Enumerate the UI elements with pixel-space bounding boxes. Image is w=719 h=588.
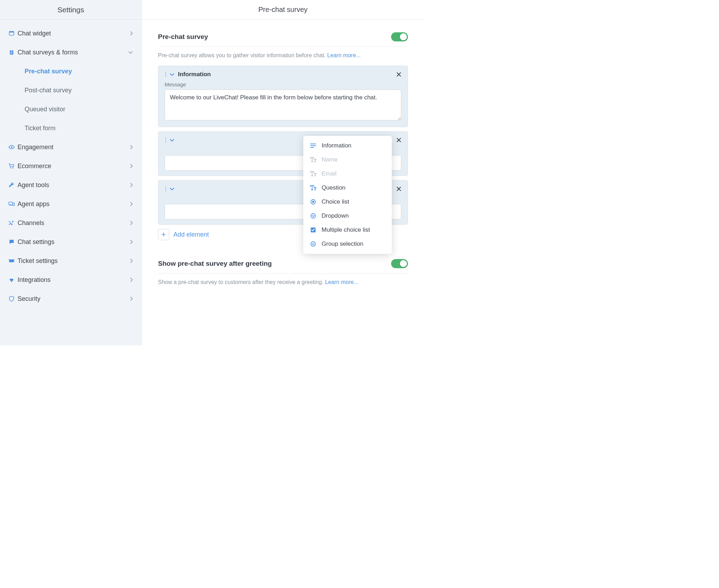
svg-rect-6 bbox=[11, 53, 12, 54]
devices-icon bbox=[6, 201, 17, 206]
svg-rect-12 bbox=[13, 203, 15, 206]
sidebar-item-ticket-settings[interactable]: Ticket settings bbox=[0, 251, 141, 270]
sidebar-sub-queued-visitor[interactable]: Queued visitor bbox=[0, 100, 141, 119]
chevron-right-icon bbox=[130, 296, 133, 301]
menu-item-dropdown[interactable]: Dropdown bbox=[303, 209, 392, 223]
menu-item-group-selection[interactable]: Group selection bbox=[303, 237, 392, 251]
message-textarea[interactable] bbox=[165, 90, 401, 120]
show-after-greeting-toggle[interactable] bbox=[391, 259, 408, 268]
svg-point-17 bbox=[165, 140, 166, 141]
svg-rect-2 bbox=[10, 50, 13, 55]
chevron-right-icon bbox=[130, 183, 133, 187]
sidebar-sub-label: Queued visitor bbox=[25, 106, 65, 113]
sidebar-item-agent-apps[interactable]: Agent apps bbox=[0, 194, 141, 213]
svg-point-18 bbox=[165, 141, 166, 143]
close-icon[interactable] bbox=[396, 138, 401, 143]
message-label: Message bbox=[165, 81, 401, 87]
checkbox-icon bbox=[310, 227, 317, 233]
svg-rect-23 bbox=[310, 145, 316, 146]
svg-rect-5 bbox=[11, 53, 13, 53]
learn-more-link[interactable]: Learn more... bbox=[325, 279, 358, 285]
section-description: Pre-chat survey allows you to gather vis… bbox=[158, 52, 408, 59]
section-heading: Pre-chat survey bbox=[158, 33, 208, 41]
svg-point-29 bbox=[311, 242, 316, 246]
section-description: Show a pre-chat survey to customers afte… bbox=[158, 279, 408, 285]
circle-chevron-icon bbox=[310, 241, 317, 247]
sidebar-item-chat-widget[interactable]: Chat widget bbox=[0, 24, 141, 43]
chevron-right-icon bbox=[130, 277, 133, 282]
sidebar-item-integrations[interactable]: Integrations bbox=[0, 270, 141, 289]
sidebar-item-label: Ticket settings bbox=[18, 257, 130, 265]
menu-item-label: Name bbox=[322, 156, 337, 163]
section-prechat-survey: Pre-chat survey bbox=[158, 32, 408, 47]
chevron-right-icon bbox=[130, 258, 133, 263]
add-element-button[interactable] bbox=[158, 229, 169, 240]
section-heading: Show pre-chat survey after greeting bbox=[158, 260, 272, 267]
sidebar-item-label: Engagement bbox=[18, 144, 130, 151]
sidebar-sub-label: Pre-chat survey bbox=[25, 68, 72, 75]
sidebar-item-label: Agent apps bbox=[18, 200, 130, 208]
sidebar-item-label: Agent tools bbox=[18, 181, 130, 189]
close-icon[interactable] bbox=[396, 186, 401, 191]
drag-handle-icon[interactable] bbox=[165, 72, 167, 77]
wrench-icon bbox=[6, 182, 17, 188]
window-icon bbox=[6, 31, 17, 36]
collapse-icon[interactable] bbox=[170, 73, 174, 76]
sidebar: Settings Chat widget Chat surveys & form… bbox=[0, 0, 142, 345]
sidebar-sub-label: Post-chat survey bbox=[25, 87, 72, 94]
menu-item-label: Choice list bbox=[322, 198, 349, 205]
svg-point-21 bbox=[165, 190, 166, 191]
sidebar-item-chat-surveys[interactable]: Chat surveys & forms bbox=[0, 43, 141, 62]
chevron-right-icon bbox=[130, 145, 133, 150]
svg-point-26 bbox=[312, 201, 314, 203]
add-element-label[interactable]: Add element bbox=[173, 231, 209, 238]
svg-rect-11 bbox=[10, 205, 12, 205]
sidebar-item-chat-settings[interactable]: Chat settings bbox=[0, 232, 141, 251]
main-content: Pre-chat survey Pre-chat survey Pre-chat… bbox=[142, 0, 424, 345]
radio-icon bbox=[310, 199, 317, 205]
sidebar-item-security[interactable]: Security bbox=[0, 289, 141, 308]
sidebar-item-ecommerce[interactable]: Ecommerce bbox=[0, 157, 141, 176]
sidebar-item-label: Channels bbox=[18, 219, 130, 227]
sidebar-item-label: Chat widget bbox=[18, 30, 130, 37]
menu-item-email: Email bbox=[303, 167, 392, 181]
chevron-right-icon bbox=[130, 201, 133, 206]
collapse-icon[interactable] bbox=[170, 138, 174, 142]
menu-item-choice-list[interactable]: Choice list bbox=[303, 195, 392, 209]
sidebar-sub-ticket-form[interactable]: Ticket form bbox=[0, 119, 141, 138]
card-information: Information Message bbox=[158, 66, 408, 127]
svg-point-15 bbox=[165, 76, 166, 77]
text-icon bbox=[310, 171, 317, 176]
prechat-survey-toggle[interactable] bbox=[391, 32, 408, 41]
chat-icon bbox=[6, 239, 17, 245]
desc-text: Show a pre-chat survey to customers afte… bbox=[158, 279, 325, 285]
menu-item-label: Multiple choice list bbox=[322, 226, 370, 233]
sidebar-item-engagement[interactable]: Engagement bbox=[0, 138, 141, 157]
chevron-right-icon bbox=[130, 164, 133, 169]
menu-item-information[interactable]: Information bbox=[303, 139, 392, 153]
svg-rect-3 bbox=[11, 50, 13, 51]
svg-rect-4 bbox=[11, 52, 13, 52]
text-icon bbox=[310, 185, 317, 190]
menu-item-multiple-choice[interactable]: Multiple choice list bbox=[303, 223, 392, 237]
drag-handle-icon[interactable] bbox=[165, 186, 167, 192]
sidebar-item-agent-tools[interactable]: Agent tools bbox=[0, 176, 141, 194]
sidebar-sub-post-chat-survey[interactable]: Post-chat survey bbox=[0, 81, 141, 100]
menu-item-question[interactable]: Question bbox=[303, 181, 392, 195]
sidebar-item-channels[interactable]: Channels bbox=[0, 213, 141, 232]
eye-icon bbox=[6, 145, 17, 149]
sidebar-nav: Chat widget Chat surveys & forms Pre-cha… bbox=[0, 20, 141, 308]
svg-point-16 bbox=[165, 138, 166, 139]
sidebar-item-label: Chat settings bbox=[18, 238, 130, 246]
menu-item-label: Information bbox=[322, 142, 351, 149]
collapse-icon[interactable] bbox=[170, 187, 174, 191]
learn-more-link[interactable]: Learn more... bbox=[327, 52, 361, 58]
close-icon[interactable] bbox=[396, 72, 401, 77]
sidebar-sub-pre-chat-survey[interactable]: Pre-chat survey bbox=[0, 62, 141, 81]
drag-handle-icon[interactable] bbox=[165, 137, 167, 143]
svg-point-8 bbox=[10, 167, 11, 169]
section-show-after-greeting: Show pre-chat survey after greeting bbox=[158, 259, 408, 273]
svg-rect-22 bbox=[310, 144, 316, 144]
svg-point-9 bbox=[13, 167, 14, 169]
svg-point-14 bbox=[165, 74, 166, 75]
